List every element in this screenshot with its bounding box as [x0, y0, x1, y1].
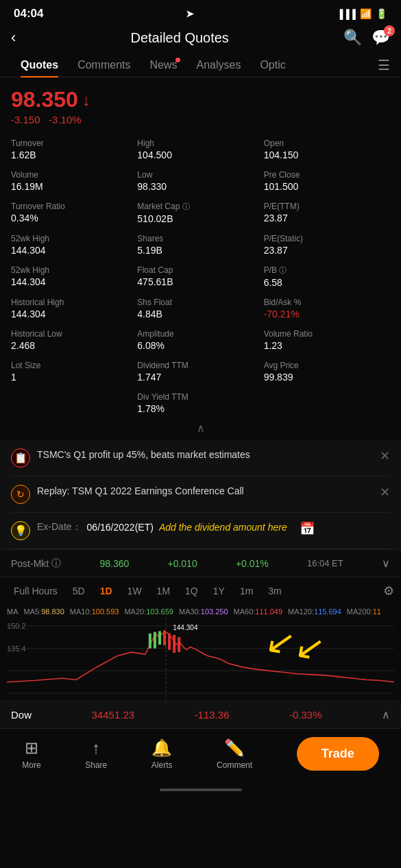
status-time: 04:04 [14, 7, 43, 21]
exdate-add-text[interactable]: Add the dividend amount here [159, 522, 287, 533]
status-icons: ▐▐▐ 📶 🔋 [337, 8, 387, 19]
data-cell-market-cap: Market Cap ⓘ 510.02B [137, 197, 263, 229]
dow-pct: -0.33% [289, 709, 322, 721]
data-cell-empty [11, 387, 137, 419]
data-cell-historical-high: Historical High 144.304 [11, 293, 137, 324]
time-tab-1min[interactable]: 1m [233, 583, 260, 599]
tab-optic[interactable]: Optic [250, 53, 295, 77]
chat-button[interactable]: 💬 2 [372, 29, 390, 47]
data-cell-turnover: Turnover 1.62B [11, 134, 137, 165]
time-period-tabs: Full Hours 5D 1D 1W 1M 1Q 1Y 1m 3m ⚙ [0, 577, 401, 605]
time-tab-5d[interactable]: 5D [66, 583, 92, 599]
ma200: MA200:11 [347, 607, 381, 616]
chart-settings-icon[interactable]: ⚙ [383, 583, 394, 599]
dow-value: 34451.23 [92, 709, 135, 721]
time-tab-3min[interactable]: 3m [261, 583, 288, 599]
data-cell-dividend-ttm: Dividend TTM 1.747 [137, 356, 263, 387]
dow-expand-icon[interactable]: ∧ [382, 708, 390, 721]
search-button[interactable]: 🔍 [343, 29, 362, 47]
data-cell-shs-float: Shs Float 4.84B [137, 293, 263, 324]
quotes-section: 98.350 ↓ -3.150 -3.10% Turnover 1.62B Hi… [0, 77, 401, 440]
chat-badge: 2 [384, 25, 395, 36]
data-cell-pe-ttm: P/E(TTM) 23.87 [264, 197, 390, 229]
data-cell-volume-ratio: Volume Ratio 1.23 [264, 324, 390, 356]
share-label: Share [85, 760, 107, 770]
collapse-arrow[interactable]: ∧ [11, 419, 390, 437]
news-calendar-icon[interactable]: 📅 [294, 521, 315, 536]
status-bar: 04:04 ➤ ▐▐▐ 📶 🔋 [0, 0, 401, 25]
post-market-chevron-icon[interactable]: ∨ [382, 557, 390, 570]
ma30: MA30:103.250 [179, 607, 228, 616]
more-label: More [22, 760, 40, 770]
dow-bar: Dow 34451.23 -113.36 -0.33% ∧ [0, 701, 401, 728]
data-cell-div-yield: Div Yield TTM 1.78% [137, 387, 263, 419]
ma5: MA5:98.830 [24, 607, 64, 616]
news-item-2: ↻ Replay: TSM Q1 2022 Earnings Conferenc… [11, 477, 390, 513]
home-indicator [0, 784, 401, 793]
news-item-1: 📋 TSMC's Q1 profit up 45%, beats market … [11, 440, 390, 477]
news-close-2[interactable]: ✕ [374, 485, 390, 500]
data-cell-avg-price: Avg Price 99.839 [264, 356, 390, 387]
alerts-label: Alerts [151, 760, 173, 770]
ma-label: MA [7, 607, 19, 616]
data-cell-pb: P/B ⓘ 6.58 [264, 261, 390, 293]
data-cell-52wk-high-2: 52wk High 144.304 [11, 261, 137, 293]
data-cell-historical-low: Historical Low 2.468 [11, 324, 137, 356]
time-tab-1y[interactable]: 1Y [206, 583, 232, 599]
data-cell-low: Low 98.330 [137, 165, 263, 197]
news-icon-3: 💡 [11, 521, 30, 540]
news-text-2: Replay: TSM Q1 2022 Earnings Conference … [37, 485, 367, 498]
nav-alerts[interactable]: 🔔 Alerts [151, 738, 173, 770]
exdate-label: Ex-Date： [37, 521, 82, 533]
news-dot [175, 58, 180, 62]
trade-button[interactable]: Trade [297, 737, 379, 771]
chart-y-label-2: 135.4 [7, 644, 26, 653]
more-icon: ⊞ [25, 738, 38, 758]
time-tab-1w[interactable]: 1W [121, 583, 149, 599]
svg-rect-7 [154, 632, 156, 649]
svg-rect-10 [168, 634, 171, 650]
data-cell-empty-2 [264, 387, 390, 419]
header: ‹ Detailed Quotes 🔍 💬 2 [0, 25, 401, 53]
home-bar [160, 788, 242, 791]
data-cell-amplitude: Amplitude 6.08% [137, 324, 263, 356]
nav-comment[interactable]: ✏️ Comment [217, 738, 252, 770]
nav-more[interactable]: ⊞ More [22, 738, 40, 770]
data-cell-float-cap: Float Cap 475.61B [137, 261, 263, 293]
news-icon-2: ↻ [11, 485, 30, 504]
tab-menu-icon[interactable]: ☰ [378, 57, 390, 73]
data-cell-volume: Volume 16.19M [11, 165, 137, 197]
time-tab-1m[interactable]: 1M [150, 583, 177, 599]
tab-bar: Quotes Comments News Analyses Optic ☰ [0, 53, 401, 77]
alerts-icon: 🔔 [151, 738, 172, 758]
bottom-nav: ⊞ More ↑ Share 🔔 Alerts ✏️ Comment Trade [0, 728, 401, 784]
post-market-change: +0.010 [167, 558, 197, 569]
svg-rect-8 [158, 631, 161, 645]
time-tab-1d[interactable]: 1D [93, 583, 119, 599]
data-cell-turnover-ratio: Turnover Ratio 0.34% [11, 197, 137, 229]
data-cell-pe-static: P/E(Static) 23.87 [264, 229, 390, 261]
price-change-pct: -3.10% [49, 114, 82, 125]
nav-share[interactable]: ↑ Share [85, 738, 107, 770]
svg-rect-11 [173, 635, 175, 653]
ma120: MA120:115.694 [288, 607, 341, 616]
news-close-1[interactable]: ✕ [374, 448, 390, 463]
data-cell-shares: Shares 5.19B [137, 229, 263, 261]
time-tab-1q[interactable]: 1Q [178, 583, 205, 599]
svg-rect-6 [149, 634, 151, 649]
battery-icon: 🔋 [376, 8, 387, 19]
tab-quotes[interactable]: Quotes [11, 53, 68, 77]
back-button[interactable]: ‹ [11, 29, 16, 47]
tab-analyses[interactable]: Analyses [187, 53, 251, 77]
price-change: -3.150 -3.10% [11, 114, 390, 125]
ma10: MA10:100.593 [70, 607, 119, 616]
time-tab-fullhours[interactable]: Full Hours [7, 583, 64, 599]
location-icon: ➤ [186, 8, 194, 19]
post-market-label: Post-Mkt ⓘ [11, 557, 61, 570]
tab-news[interactable]: News [140, 53, 186, 77]
share-icon: ↑ [92, 738, 100, 758]
tab-comments[interactable]: Comments [68, 53, 140, 77]
news-section: 📋 TSMC's Q1 profit up 45%, beats market … [0, 440, 401, 549]
price-change-value: -3.150 [11, 114, 40, 125]
exdate-value: 06/16/2022(ET) [87, 522, 154, 533]
